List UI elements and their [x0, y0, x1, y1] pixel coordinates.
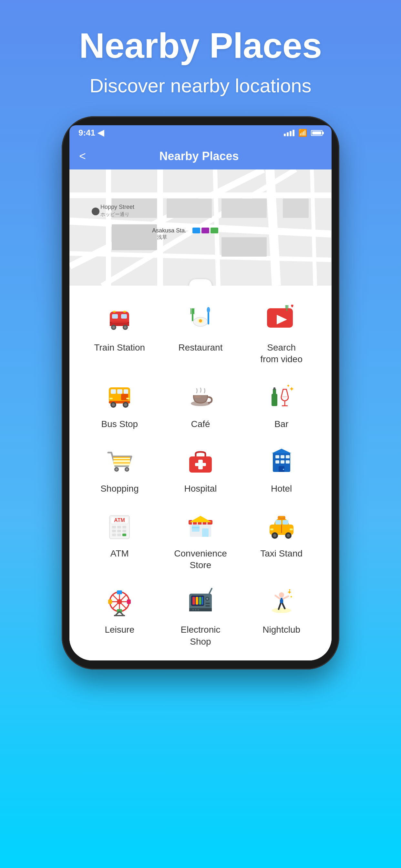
- leisure-icon: [102, 584, 137, 619]
- svg-rect-35: [113, 311, 116, 312]
- categories-grid: Train Station: [69, 286, 332, 660]
- train-station-icon: [102, 302, 137, 337]
- svg-text:ATM: ATM: [114, 518, 125, 523]
- search-from-video-icon: [264, 302, 299, 337]
- category-convenience-store[interactable]: Convenience Store: [163, 508, 238, 571]
- svg-line-155: [209, 588, 212, 594]
- svg-rect-65: [272, 394, 277, 406]
- nightclub-label: Nightclub: [263, 624, 300, 636]
- nightclub-icon: ✦ ✦ ✦: [264, 584, 299, 619]
- svg-text:✦: ✦: [286, 383, 290, 388]
- category-electronic-shop[interactable]: Electronic Shop: [163, 584, 238, 648]
- svg-rect-17: [283, 198, 309, 218]
- taxi-stand-icon: TAXI: [264, 508, 299, 543]
- back-button[interactable]: <: [79, 150, 86, 163]
- category-hotel[interactable]: Hotel: [244, 443, 319, 495]
- svg-point-121: [273, 534, 276, 537]
- category-hospital[interactable]: Hospital: [163, 443, 238, 495]
- category-atm[interactable]: ATM ATM: [82, 508, 157, 571]
- svg-rect-28: [121, 314, 127, 319]
- restaurant-label: Restaurant: [179, 342, 223, 353]
- svg-rect-145: [199, 597, 202, 604]
- hotel-icon: [264, 443, 299, 478]
- train-station-label: Train Station: [94, 342, 145, 353]
- svg-rect-90: [286, 460, 289, 464]
- svg-rect-52: [111, 389, 116, 394]
- svg-rect-49: [285, 305, 286, 308]
- category-bus-stop[interactable]: Bus Stop: [82, 378, 157, 430]
- svg-point-34: [124, 326, 127, 329]
- svg-rect-101: [122, 530, 126, 532]
- category-cafe[interactable]: Café: [163, 378, 238, 430]
- svg-rect-50: [288, 305, 288, 308]
- taxi-stand-label: Taxi Stand: [260, 548, 303, 559]
- svg-rect-97: [117, 526, 121, 528]
- svg-rect-146: [202, 597, 203, 604]
- svg-point-60: [124, 403, 127, 406]
- svg-rect-125: [270, 528, 274, 530]
- svg-rect-85: [275, 455, 279, 458]
- svg-rect-149: [205, 603, 210, 604]
- svg-rect-64: [194, 396, 201, 398]
- electronic-shop-label: Electronic Shop: [181, 624, 220, 648]
- svg-point-153: [195, 609, 196, 611]
- page-title: Nearby Places: [79, 26, 322, 65]
- phone-frame: 9:41 ◀ 📶 < Nearby Places: [62, 116, 339, 670]
- svg-rect-100: [117, 530, 121, 532]
- svg-rect-99: [112, 530, 116, 532]
- hotel-label: Hotel: [271, 483, 292, 495]
- svg-rect-13: [112, 224, 157, 250]
- category-shopping[interactable]: Shopping: [82, 443, 157, 495]
- svg-point-157: [279, 592, 284, 597]
- svg-rect-62: [126, 398, 129, 399]
- atm-icon: ATM: [102, 508, 137, 543]
- app-navbar: < Nearby Places: [69, 143, 332, 169]
- chevron-down-icon: ⌄: [197, 281, 204, 286]
- svg-rect-144: [196, 597, 198, 604]
- svg-rect-143: [192, 597, 195, 604]
- svg-rect-14: [166, 198, 212, 218]
- wifi-icon: 📶: [298, 129, 307, 137]
- svg-rect-150: [205, 605, 210, 607]
- category-restaurant[interactable]: Restaurant: [163, 302, 238, 365]
- svg-point-18: [92, 208, 99, 215]
- phone-screen: < Nearby Places: [69, 143, 332, 660]
- svg-text:✦: ✦: [288, 588, 291, 592]
- svg-rect-79: [113, 457, 130, 458]
- cafe-label: Café: [191, 418, 210, 430]
- convenience-store-icon: [183, 508, 218, 543]
- category-search-from-video[interactable]: Search from video: [244, 302, 319, 365]
- svg-text:TAXI: TAXI: [278, 517, 285, 520]
- svg-point-152: [192, 609, 194, 611]
- svg-rect-54: [124, 389, 128, 394]
- category-nightclub[interactable]: ✦ ✦ ✦ Nightclub: [244, 584, 319, 648]
- hospital-icon: [183, 443, 218, 478]
- svg-rect-135: [108, 599, 112, 604]
- svg-line-160: [283, 596, 288, 599]
- map-area[interactable]: Hoppy Street ホッピー通り Asakusa Sta. 浅草 ⌄: [69, 169, 332, 286]
- svg-rect-89: [281, 460, 284, 464]
- svg-rect-103: [117, 534, 121, 536]
- svg-rect-27: [112, 314, 118, 319]
- search-from-video-label: Search from video: [260, 342, 303, 365]
- bar-icon: ✦ ✦: [264, 378, 299, 414]
- svg-rect-15: [221, 198, 267, 218]
- svg-rect-48: [286, 305, 287, 311]
- battery-icon: [311, 130, 322, 136]
- svg-rect-133: [117, 590, 122, 594]
- svg-rect-37: [112, 322, 127, 323]
- svg-rect-25: [211, 227, 218, 234]
- svg-rect-111: [192, 525, 199, 532]
- category-bar[interactable]: ✦ ✦ Bar: [244, 378, 319, 430]
- svg-rect-87: [286, 455, 289, 458]
- svg-rect-24: [202, 227, 209, 234]
- svg-text:Hoppy Street: Hoppy Street: [100, 204, 134, 210]
- category-train-station[interactable]: Train Station: [82, 302, 157, 365]
- svg-rect-126: [289, 528, 293, 530]
- map-collapse-button[interactable]: ⌄: [189, 279, 212, 286]
- svg-rect-113: [202, 528, 209, 537]
- category-leisure[interactable]: Leisure: [82, 584, 157, 648]
- convenience-store-label: Convenience Store: [174, 548, 227, 571]
- category-taxi-stand[interactable]: TAXI: [244, 508, 319, 571]
- svg-point-58: [112, 403, 115, 406]
